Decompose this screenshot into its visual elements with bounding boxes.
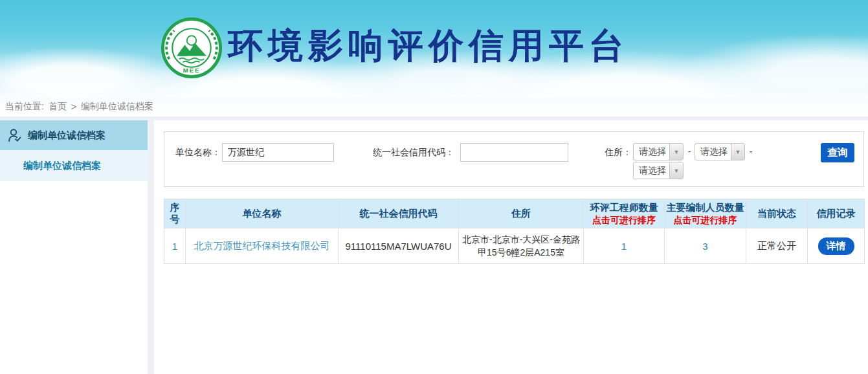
- address-separator: -: [747, 143, 755, 160]
- table-header-row: 序号 单位名称 统一社会信用代码 住所 环评工程师数量 点击可进行排序 主要编制…: [164, 199, 865, 228]
- results-table: 序号 单位名称 统一社会信用代码 住所 环评工程师数量 点击可进行排序 主要编制…: [164, 199, 865, 264]
- address-value: 北京市-北京市-大兴区-金苑路甲15号6幢2层A215室: [459, 228, 584, 264]
- sidebar-item-label: 编制单位诚信档案: [28, 129, 106, 142]
- sidebar-item-credit-archive[interactable]: 编制单位诚信档案: [0, 120, 148, 150]
- credit-code-input[interactable]: [460, 143, 568, 162]
- breadcrumb-label: 当前位置:: [5, 101, 44, 113]
- sort-hint: 点击可进行排序: [666, 214, 744, 226]
- header-address: 住所: [459, 199, 584, 228]
- address-province-value: 请选择: [634, 144, 669, 160]
- breadcrumb: 当前位置: 首页 > 编制单位诚信档案: [0, 97, 868, 116]
- header-index: 序号: [164, 199, 186, 228]
- header-engineer-count-label: 环评工程师数量: [590, 202, 658, 213]
- breadcrumb-separator: >: [71, 102, 76, 112]
- unit-name-input[interactable]: [222, 143, 334, 162]
- chevron-down-icon: ▼: [669, 144, 683, 160]
- address-district-value: 请选择: [634, 162, 669, 179]
- status-value: 正常公开: [746, 228, 808, 264]
- sort-hint: 点击可进行排序: [585, 214, 663, 226]
- sidebar: 编制单位诚信档案 编制单位诚信档案: [0, 120, 148, 374]
- address-city-value: 请选择: [695, 144, 731, 160]
- table-row: 1 北京万源世纪环保科技有限公司 91110115MA7LWUA76U 北京市-…: [164, 228, 865, 264]
- user-check-icon: [8, 128, 22, 142]
- engineer-count-link[interactable]: 1: [584, 228, 665, 264]
- header-staff-count-label: 主要编制人员数量: [667, 202, 744, 213]
- chevron-down-icon: ▼: [731, 144, 744, 160]
- breadcrumb-home-link[interactable]: 首页: [49, 101, 67, 113]
- credit-code-label: 统一社会信用代码：: [373, 143, 454, 162]
- logo-text: MEE: [183, 67, 201, 74]
- address-city-select[interactable]: 请选择 ▼: [695, 143, 745, 160]
- page-body: 编制单位诚信档案 编制单位诚信档案 单位名称： 统一社会信用代码： 住所： 请选…: [0, 116, 868, 374]
- search-form: 单位名称： 统一社会信用代码： 住所： 请选择 ▼ - 请选择 ▼ - 请选择 …: [164, 131, 864, 187]
- detail-button[interactable]: 详情: [818, 237, 854, 255]
- chevron-down-icon: ▼: [669, 162, 683, 179]
- address-district-select[interactable]: 请选择 ▼: [633, 162, 684, 179]
- company-name-link[interactable]: 北京万源世纪环保科技有限公司: [186, 228, 339, 264]
- address-label: 住所：: [605, 143, 632, 162]
- site-header: MEE 环境影响评价信用平台: [0, 0, 868, 97]
- sidebar-subitem-label: 编制单位诚信档案: [23, 160, 101, 172]
- credit-record-cell: 详情: [808, 228, 865, 264]
- address-province-select[interactable]: 请选择 ▼: [633, 143, 684, 160]
- header-engineer-count-sort[interactable]: 环评工程师数量 点击可进行排序: [584, 199, 665, 228]
- header-credit-code: 统一社会信用代码: [339, 199, 459, 228]
- header-status: 当前状态: [746, 199, 808, 228]
- credit-code-value: 91110115MA7LWUA76U: [339, 228, 459, 264]
- staff-count-link[interactable]: 3: [665, 228, 746, 264]
- query-button[interactable]: 查询: [821, 143, 854, 162]
- breadcrumb-current: 编制单位诚信档案: [81, 101, 153, 113]
- header-unit-name: 单位名称: [186, 199, 339, 228]
- header-staff-count-sort[interactable]: 主要编制人员数量 点击可进行排序: [665, 199, 746, 228]
- main-panel: 单位名称： 统一社会信用代码： 住所： 请选择 ▼ - 请选择 ▼ - 请选择 …: [154, 120, 868, 374]
- row-index: 1: [164, 228, 186, 264]
- address-separator: -: [685, 143, 693, 160]
- header-credit-record: 信用记录: [808, 199, 865, 228]
- page-title: 环境影响评价信用平台: [228, 25, 629, 67]
- unit-name-label: 单位名称：: [175, 143, 221, 162]
- mee-logo-icon: MEE: [161, 17, 223, 79]
- sidebar-subitem-credit-archive[interactable]: 编制单位诚信档案: [0, 150, 148, 181]
